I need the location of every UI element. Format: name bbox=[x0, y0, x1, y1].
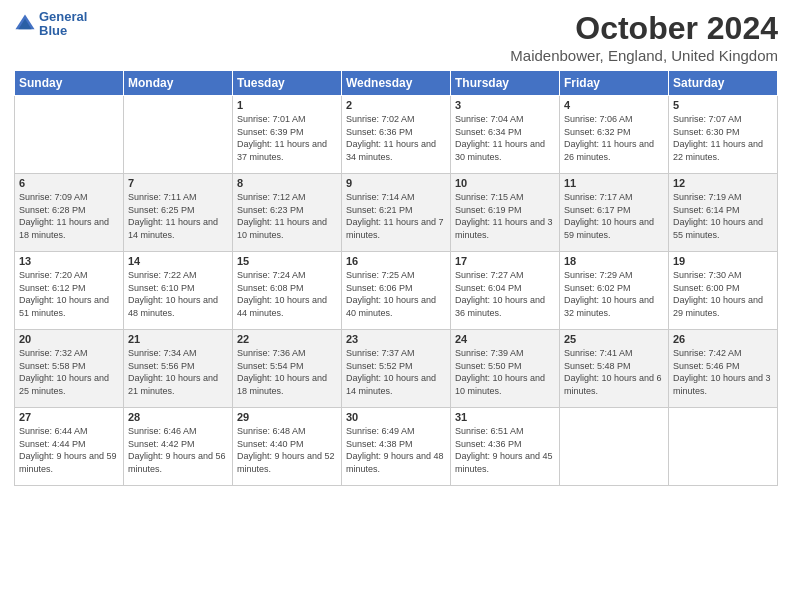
day-cell: 30Sunrise: 6:49 AM Sunset: 4:38 PM Dayli… bbox=[342, 408, 451, 486]
header: General Blue October 2024 Maidenbower, E… bbox=[14, 10, 778, 64]
day-number: 28 bbox=[128, 411, 228, 423]
day-info: Sunrise: 7:24 AM Sunset: 6:08 PM Dayligh… bbox=[237, 269, 337, 319]
day-number: 23 bbox=[346, 333, 446, 345]
day-info: Sunrise: 6:46 AM Sunset: 4:42 PM Dayligh… bbox=[128, 425, 228, 475]
day-cell: 27Sunrise: 6:44 AM Sunset: 4:44 PM Dayli… bbox=[15, 408, 124, 486]
header-cell-friday: Friday bbox=[560, 71, 669, 96]
header-cell-tuesday: Tuesday bbox=[233, 71, 342, 96]
day-info: Sunrise: 7:02 AM Sunset: 6:36 PM Dayligh… bbox=[346, 113, 446, 163]
day-cell: 29Sunrise: 6:48 AM Sunset: 4:40 PM Dayli… bbox=[233, 408, 342, 486]
day-cell: 19Sunrise: 7:30 AM Sunset: 6:00 PM Dayli… bbox=[669, 252, 778, 330]
day-cell: 14Sunrise: 7:22 AM Sunset: 6:10 PM Dayli… bbox=[124, 252, 233, 330]
day-number: 30 bbox=[346, 411, 446, 423]
day-number: 15 bbox=[237, 255, 337, 267]
day-cell: 28Sunrise: 6:46 AM Sunset: 4:42 PM Dayli… bbox=[124, 408, 233, 486]
day-cell: 24Sunrise: 7:39 AM Sunset: 5:50 PM Dayli… bbox=[451, 330, 560, 408]
day-number: 13 bbox=[19, 255, 119, 267]
day-info: Sunrise: 7:01 AM Sunset: 6:39 PM Dayligh… bbox=[237, 113, 337, 163]
day-number: 20 bbox=[19, 333, 119, 345]
day-info: Sunrise: 6:48 AM Sunset: 4:40 PM Dayligh… bbox=[237, 425, 337, 475]
day-number: 12 bbox=[673, 177, 773, 189]
day-number: 11 bbox=[564, 177, 664, 189]
day-info: Sunrise: 7:06 AM Sunset: 6:32 PM Dayligh… bbox=[564, 113, 664, 163]
day-cell: 6Sunrise: 7:09 AM Sunset: 6:28 PM Daylig… bbox=[15, 174, 124, 252]
day-cell: 2Sunrise: 7:02 AM Sunset: 6:36 PM Daylig… bbox=[342, 96, 451, 174]
week-row-4: 20Sunrise: 7:32 AM Sunset: 5:58 PM Dayli… bbox=[15, 330, 778, 408]
day-info: Sunrise: 7:39 AM Sunset: 5:50 PM Dayligh… bbox=[455, 347, 555, 397]
day-cell: 26Sunrise: 7:42 AM Sunset: 5:46 PM Dayli… bbox=[669, 330, 778, 408]
day-info: Sunrise: 7:29 AM Sunset: 6:02 PM Dayligh… bbox=[564, 269, 664, 319]
main-title: October 2024 bbox=[510, 10, 778, 47]
day-info: Sunrise: 7:19 AM Sunset: 6:14 PM Dayligh… bbox=[673, 191, 773, 241]
day-info: Sunrise: 7:32 AM Sunset: 5:58 PM Dayligh… bbox=[19, 347, 119, 397]
day-cell: 20Sunrise: 7:32 AM Sunset: 5:58 PM Dayli… bbox=[15, 330, 124, 408]
day-cell: 17Sunrise: 7:27 AM Sunset: 6:04 PM Dayli… bbox=[451, 252, 560, 330]
day-cell bbox=[15, 96, 124, 174]
day-cell: 5Sunrise: 7:07 AM Sunset: 6:30 PM Daylig… bbox=[669, 96, 778, 174]
day-info: Sunrise: 7:17 AM Sunset: 6:17 PM Dayligh… bbox=[564, 191, 664, 241]
day-number: 17 bbox=[455, 255, 555, 267]
day-cell: 18Sunrise: 7:29 AM Sunset: 6:02 PM Dayli… bbox=[560, 252, 669, 330]
week-row-2: 6Sunrise: 7:09 AM Sunset: 6:28 PM Daylig… bbox=[15, 174, 778, 252]
day-number: 27 bbox=[19, 411, 119, 423]
logo-line1: General bbox=[39, 10, 87, 24]
title-block: October 2024 Maidenbower, England, Unite… bbox=[510, 10, 778, 64]
day-info: Sunrise: 7:41 AM Sunset: 5:48 PM Dayligh… bbox=[564, 347, 664, 397]
day-cell: 25Sunrise: 7:41 AM Sunset: 5:48 PM Dayli… bbox=[560, 330, 669, 408]
day-cell: 10Sunrise: 7:15 AM Sunset: 6:19 PM Dayli… bbox=[451, 174, 560, 252]
day-cell: 13Sunrise: 7:20 AM Sunset: 6:12 PM Dayli… bbox=[15, 252, 124, 330]
day-info: Sunrise: 7:30 AM Sunset: 6:00 PM Dayligh… bbox=[673, 269, 773, 319]
day-info: Sunrise: 7:07 AM Sunset: 6:30 PM Dayligh… bbox=[673, 113, 773, 163]
week-row-1: 1Sunrise: 7:01 AM Sunset: 6:39 PM Daylig… bbox=[15, 96, 778, 174]
day-info: Sunrise: 7:22 AM Sunset: 6:10 PM Dayligh… bbox=[128, 269, 228, 319]
day-cell: 12Sunrise: 7:19 AM Sunset: 6:14 PM Dayli… bbox=[669, 174, 778, 252]
day-info: Sunrise: 7:09 AM Sunset: 6:28 PM Dayligh… bbox=[19, 191, 119, 241]
day-cell: 7Sunrise: 7:11 AM Sunset: 6:25 PM Daylig… bbox=[124, 174, 233, 252]
day-info: Sunrise: 7:25 AM Sunset: 6:06 PM Dayligh… bbox=[346, 269, 446, 319]
day-info: Sunrise: 7:36 AM Sunset: 5:54 PM Dayligh… bbox=[237, 347, 337, 397]
day-cell: 8Sunrise: 7:12 AM Sunset: 6:23 PM Daylig… bbox=[233, 174, 342, 252]
day-cell bbox=[560, 408, 669, 486]
day-number: 5 bbox=[673, 99, 773, 111]
day-cell: 31Sunrise: 6:51 AM Sunset: 4:36 PM Dayli… bbox=[451, 408, 560, 486]
day-number: 26 bbox=[673, 333, 773, 345]
logo-line2: Blue bbox=[39, 24, 87, 38]
header-row: SundayMondayTuesdayWednesdayThursdayFrid… bbox=[15, 71, 778, 96]
day-number: 16 bbox=[346, 255, 446, 267]
day-info: Sunrise: 6:49 AM Sunset: 4:38 PM Dayligh… bbox=[346, 425, 446, 475]
day-cell: 16Sunrise: 7:25 AM Sunset: 6:06 PM Dayli… bbox=[342, 252, 451, 330]
day-info: Sunrise: 7:11 AM Sunset: 6:25 PM Dayligh… bbox=[128, 191, 228, 241]
day-number: 14 bbox=[128, 255, 228, 267]
header-cell-monday: Monday bbox=[124, 71, 233, 96]
day-info: Sunrise: 7:14 AM Sunset: 6:21 PM Dayligh… bbox=[346, 191, 446, 241]
day-number: 18 bbox=[564, 255, 664, 267]
day-info: Sunrise: 7:20 AM Sunset: 6:12 PM Dayligh… bbox=[19, 269, 119, 319]
day-number: 21 bbox=[128, 333, 228, 345]
day-number: 22 bbox=[237, 333, 337, 345]
day-number: 3 bbox=[455, 99, 555, 111]
day-number: 1 bbox=[237, 99, 337, 111]
day-number: 31 bbox=[455, 411, 555, 423]
day-cell: 9Sunrise: 7:14 AM Sunset: 6:21 PM Daylig… bbox=[342, 174, 451, 252]
calendar-table: SundayMondayTuesdayWednesdayThursdayFrid… bbox=[14, 70, 778, 486]
day-info: Sunrise: 6:44 AM Sunset: 4:44 PM Dayligh… bbox=[19, 425, 119, 475]
day-info: Sunrise: 7:15 AM Sunset: 6:19 PM Dayligh… bbox=[455, 191, 555, 241]
day-cell: 23Sunrise: 7:37 AM Sunset: 5:52 PM Dayli… bbox=[342, 330, 451, 408]
logo-text: General Blue bbox=[39, 10, 87, 39]
day-number: 7 bbox=[128, 177, 228, 189]
day-info: Sunrise: 7:37 AM Sunset: 5:52 PM Dayligh… bbox=[346, 347, 446, 397]
subtitle: Maidenbower, England, United Kingdom bbox=[510, 47, 778, 64]
day-number: 2 bbox=[346, 99, 446, 111]
day-info: Sunrise: 7:27 AM Sunset: 6:04 PM Dayligh… bbox=[455, 269, 555, 319]
day-cell: 3Sunrise: 7:04 AM Sunset: 6:34 PM Daylig… bbox=[451, 96, 560, 174]
day-info: Sunrise: 7:12 AM Sunset: 6:23 PM Dayligh… bbox=[237, 191, 337, 241]
day-number: 9 bbox=[346, 177, 446, 189]
day-info: Sunrise: 7:34 AM Sunset: 5:56 PM Dayligh… bbox=[128, 347, 228, 397]
day-cell: 11Sunrise: 7:17 AM Sunset: 6:17 PM Dayli… bbox=[560, 174, 669, 252]
day-number: 25 bbox=[564, 333, 664, 345]
week-row-3: 13Sunrise: 7:20 AM Sunset: 6:12 PM Dayli… bbox=[15, 252, 778, 330]
day-cell: 21Sunrise: 7:34 AM Sunset: 5:56 PM Dayli… bbox=[124, 330, 233, 408]
day-cell bbox=[669, 408, 778, 486]
day-number: 24 bbox=[455, 333, 555, 345]
page: General Blue October 2024 Maidenbower, E… bbox=[0, 0, 792, 612]
